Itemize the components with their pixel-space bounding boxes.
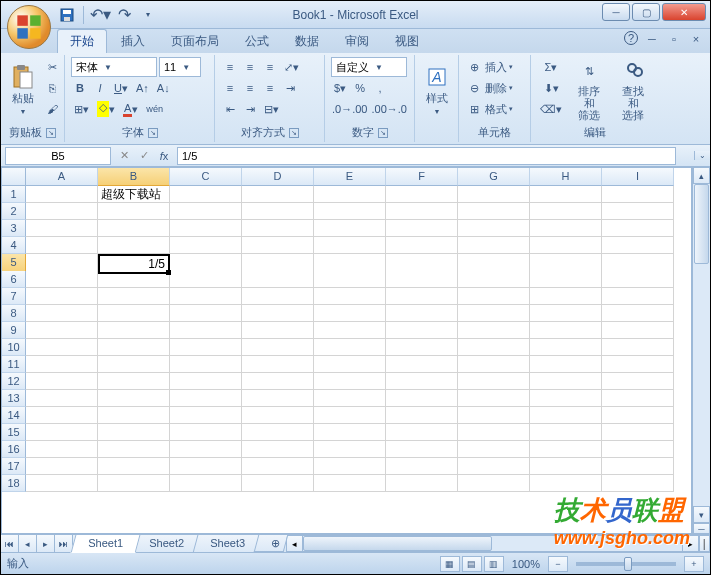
- fill-color-button[interactable]: ◇▾: [94, 99, 118, 119]
- row-header[interactable]: 3: [2, 220, 26, 237]
- cell[interactable]: [314, 322, 386, 339]
- cell[interactable]: [458, 475, 530, 492]
- cell[interactable]: [26, 203, 98, 220]
- cell[interactable]: [98, 339, 170, 356]
- decrease-indent-button[interactable]: ⇤: [221, 99, 239, 119]
- cell[interactable]: [386, 271, 458, 288]
- tab-insert[interactable]: 插入: [109, 30, 157, 53]
- row-header[interactable]: 12: [2, 373, 26, 390]
- cell[interactable]: [458, 441, 530, 458]
- find-select-button[interactable]: 查找和 选择: [613, 57, 653, 123]
- row-header[interactable]: 15: [2, 424, 26, 441]
- accounting-button[interactable]: $▾: [331, 78, 349, 98]
- cell[interactable]: [458, 186, 530, 203]
- shrink-font-button[interactable]: A↓: [154, 78, 173, 98]
- align-left-button[interactable]: ≡: [221, 78, 239, 98]
- row-header[interactable]: 1: [2, 186, 26, 203]
- scroll-left-button[interactable]: ◂: [286, 535, 303, 552]
- cell[interactable]: [314, 458, 386, 475]
- underline-button[interactable]: U▾: [111, 78, 131, 98]
- cell[interactable]: [170, 322, 242, 339]
- cell[interactable]: [530, 322, 602, 339]
- cell[interactable]: [458, 390, 530, 407]
- tab-home[interactable]: 开始: [57, 29, 107, 53]
- styles-button[interactable]: A 样式▼: [421, 57, 453, 123]
- fill-button[interactable]: ⬇▾: [537, 78, 565, 98]
- close-button[interactable]: ✕: [662, 3, 706, 21]
- cell[interactable]: [314, 373, 386, 390]
- number-launcher[interactable]: ↘: [378, 128, 388, 138]
- cell[interactable]: [170, 475, 242, 492]
- cell[interactable]: [242, 237, 314, 254]
- comma-button[interactable]: ,: [371, 78, 389, 98]
- view-pagebreak-button[interactable]: ▥: [484, 556, 504, 572]
- wrap-text-button[interactable]: ⇥: [281, 78, 299, 98]
- maximize-button[interactable]: ▢: [632, 3, 660, 21]
- cell[interactable]: [602, 475, 674, 492]
- row-header[interactable]: 13: [2, 390, 26, 407]
- column-header[interactable]: A: [26, 168, 98, 186]
- tab-view[interactable]: 视图: [383, 30, 431, 53]
- cell[interactable]: [314, 424, 386, 441]
- sheet-tab[interactable]: Sheet1: [71, 535, 141, 553]
- borders-button[interactable]: ⊞▾: [71, 99, 92, 119]
- tab-first-button[interactable]: ⏮: [1, 535, 19, 552]
- cell[interactable]: [530, 186, 602, 203]
- sheet-tab[interactable]: Sheet3: [192, 535, 262, 553]
- ribbon-close-icon[interactable]: ×: [688, 31, 704, 47]
- ribbon-restore-icon[interactable]: ▫: [666, 31, 682, 47]
- cell[interactable]: [530, 441, 602, 458]
- alignment-launcher[interactable]: ↘: [289, 128, 299, 138]
- orientation-button[interactable]: ⤢▾: [281, 57, 302, 77]
- cell[interactable]: [602, 288, 674, 305]
- cell[interactable]: [170, 458, 242, 475]
- tab-formulas[interactable]: 公式: [233, 30, 281, 53]
- cell[interactable]: [458, 407, 530, 424]
- cell[interactable]: [170, 305, 242, 322]
- cell[interactable]: [458, 339, 530, 356]
- fx-button[interactable]: fx: [155, 147, 173, 165]
- cell[interactable]: [98, 237, 170, 254]
- cell[interactable]: [602, 458, 674, 475]
- row-header[interactable]: 11: [2, 356, 26, 373]
- sheet-tab[interactable]: Sheet2: [131, 535, 201, 553]
- cell[interactable]: [458, 271, 530, 288]
- tab-prev-button[interactable]: ◂: [19, 535, 37, 552]
- column-header[interactable]: I: [602, 168, 674, 186]
- cell[interactable]: [386, 186, 458, 203]
- cell[interactable]: [26, 271, 98, 288]
- column-header[interactable]: B: [98, 168, 170, 186]
- cell[interactable]: [170, 339, 242, 356]
- cell[interactable]: [26, 373, 98, 390]
- cell[interactable]: [458, 373, 530, 390]
- cell[interactable]: [602, 424, 674, 441]
- cell[interactable]: [242, 390, 314, 407]
- cell[interactable]: [170, 186, 242, 203]
- cell[interactable]: [314, 305, 386, 322]
- cell[interactable]: [602, 203, 674, 220]
- column-header[interactable]: H: [530, 168, 602, 186]
- cell[interactable]: [26, 475, 98, 492]
- row-header[interactable]: 6: [2, 271, 26, 288]
- font-size-combo[interactable]: 11▼: [159, 57, 201, 77]
- cell[interactable]: [386, 458, 458, 475]
- office-button[interactable]: [7, 5, 51, 49]
- tab-review[interactable]: 审阅: [333, 30, 381, 53]
- cell[interactable]: [242, 424, 314, 441]
- row-header[interactable]: 7: [2, 288, 26, 305]
- cell[interactable]: [314, 237, 386, 254]
- align-bottom-button[interactable]: ≡: [261, 57, 279, 77]
- cell[interactable]: [26, 356, 98, 373]
- cell[interactable]: [98, 407, 170, 424]
- cell[interactable]: [530, 220, 602, 237]
- cell[interactable]: [602, 441, 674, 458]
- tab-pagelayout[interactable]: 页面布局: [159, 30, 231, 53]
- cell[interactable]: [530, 288, 602, 305]
- cell[interactable]: [602, 237, 674, 254]
- cell[interactable]: [314, 288, 386, 305]
- cell[interactable]: [314, 203, 386, 220]
- zoom-out-button[interactable]: −: [548, 556, 568, 572]
- cell[interactable]: [458, 220, 530, 237]
- cell[interactable]: [170, 288, 242, 305]
- cell[interactable]: [26, 407, 98, 424]
